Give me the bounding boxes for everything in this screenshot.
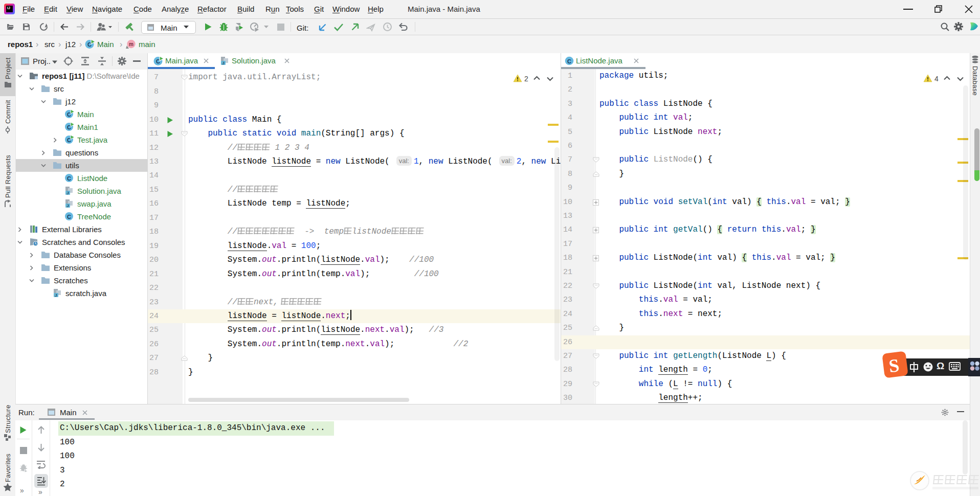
svg-text:J: J xyxy=(222,61,224,65)
svg-text:2: 2 xyxy=(524,75,528,83)
svg-text:C: C xyxy=(67,175,71,182)
svg-text:C: C xyxy=(567,58,571,64)
svg-text:J: J xyxy=(55,293,57,298)
svg-text:C: C xyxy=(67,214,71,220)
svg-text:m: m xyxy=(129,41,133,47)
svg-text:4: 4 xyxy=(934,75,939,83)
svg-text:J: J xyxy=(66,191,69,195)
svg-text:J: J xyxy=(66,204,69,208)
